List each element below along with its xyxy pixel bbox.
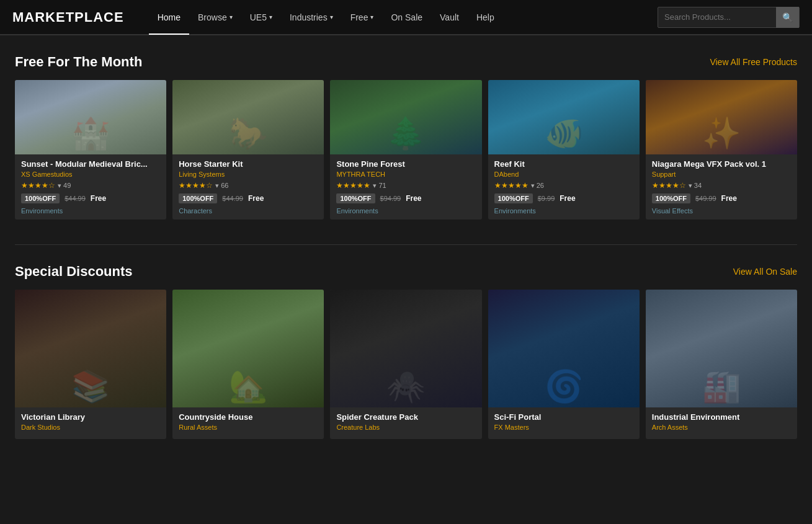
- view-all-sale-link[interactable]: View All On Sale: [733, 267, 797, 277]
- product-rating: ★★★★★ ▾ 26: [494, 181, 633, 190]
- product-card[interactable]: Sunset - Modular Medieval Bric... XS Gam…: [15, 80, 166, 220]
- rating-count: ▾ 49: [58, 182, 71, 190]
- original-price: $49.99: [695, 195, 716, 202]
- product-info: Countryside House Rural Assets: [172, 407, 324, 439]
- free-section-title: Free For The Month: [15, 54, 142, 70]
- product-author: DAbend: [494, 171, 633, 178]
- discounts-section-header: Special Discounts View All On Sale: [15, 264, 797, 280]
- section-divider: [15, 244, 797, 245]
- product-name: Stone Pine Forest: [336, 159, 475, 169]
- search-button[interactable]: 🔍: [776, 7, 799, 28]
- product-author: Arch Assets: [652, 424, 791, 431]
- product-category: Environments: [21, 207, 160, 215]
- product-name: Sci-Fi Portal: [494, 412, 633, 422]
- nav-link-onsale[interactable]: On Sale: [382, 0, 431, 35]
- star-rating: ★★★★☆: [652, 181, 686, 190]
- product-info: Stone Pine Forest MYTHRA TECH ★★★★★ ▾ 71…: [330, 154, 481, 220]
- final-price: Free: [91, 194, 106, 203]
- free-products-grid: Sunset - Modular Medieval Bric... XS Gam…: [15, 80, 797, 220]
- product-thumbnail: [172, 290, 324, 407]
- product-info: Industrial Environment Arch Assets: [646, 407, 797, 439]
- product-author: Creature Labs: [336, 424, 475, 431]
- industries-caret: ▾: [330, 14, 333, 20]
- star-rating: ★★★★☆: [21, 181, 55, 190]
- nav-link-ue5[interactable]: UE5 ▾: [241, 0, 281, 35]
- nav-link-help[interactable]: Help: [468, 0, 503, 35]
- product-rating: ★★★★★ ▾ 71: [336, 181, 475, 190]
- product-thumbnail: [646, 290, 797, 407]
- product-author: Suppart: [652, 171, 791, 178]
- nav-link-free[interactable]: Free ▾: [342, 0, 383, 35]
- final-price: Free: [248, 194, 264, 203]
- product-name: Countryside House: [179, 412, 318, 422]
- product-pricing: 100%OFF $49.99 Free: [652, 193, 791, 203]
- product-author: MYTHRA TECH: [336, 171, 475, 178]
- product-name: Industrial Environment: [652, 412, 791, 422]
- ue5-caret: ▾: [269, 14, 272, 20]
- nav-link-browse[interactable]: Browse ▾: [189, 0, 241, 35]
- discount-badge: 100%OFF: [179, 193, 217, 203]
- product-info: Niagara Mega VFX Pack vol. 1 Suppart ★★★…: [646, 154, 797, 220]
- discount-badge: 100%OFF: [336, 193, 375, 203]
- product-info: Sunset - Modular Medieval Bric... XS Gam…: [15, 154, 166, 220]
- product-thumbnail: [172, 80, 324, 154]
- rating-count: ▾ 71: [373, 182, 386, 190]
- star-rating: ★★★★★: [494, 181, 529, 190]
- product-thumbnail: [15, 290, 166, 407]
- nav-link-industries[interactable]: Industries ▾: [281, 0, 342, 35]
- discount-badge: 100%OFF: [494, 193, 533, 203]
- product-thumbnail: [488, 290, 640, 407]
- product-info: Sci-Fi Portal FX Masters: [488, 407, 640, 439]
- product-author: Rural Assets: [179, 424, 318, 431]
- product-card[interactable]: Reef Kit DAbend ★★★★★ ▾ 26 100%OFF $9.99…: [488, 80, 640, 220]
- product-name: Horse Starter Kit: [179, 159, 318, 169]
- final-price: Free: [721, 194, 737, 203]
- discount-badge: 100%OFF: [21, 193, 60, 203]
- product-name: Victorian Library: [21, 412, 160, 422]
- product-card[interactable]: Niagara Mega VFX Pack vol. 1 Suppart ★★★…: [646, 80, 797, 220]
- product-author: FX Masters: [494, 424, 633, 431]
- free-section-header: Free For The Month View All Free Product…: [15, 54, 797, 70]
- product-thumbnail: [488, 80, 640, 154]
- original-price: $44.99: [65, 195, 86, 202]
- rating-count: ▾ 66: [215, 182, 228, 190]
- nav-logo[interactable]: MARKETPLACE: [12, 9, 124, 25]
- browse-caret: ▾: [230, 14, 233, 20]
- product-card[interactable]: Stone Pine Forest MYTHRA TECH ★★★★★ ▾ 71…: [330, 80, 481, 220]
- product-category: Visual Effects: [652, 207, 791, 215]
- product-card[interactable]: Victorian Library Dark Studios: [15, 290, 166, 439]
- product-thumbnail: [330, 290, 481, 407]
- product-name: Niagara Mega VFX Pack vol. 1: [652, 159, 791, 169]
- view-all-free-link[interactable]: View All Free Products: [710, 57, 797, 67]
- product-info: Reef Kit DAbend ★★★★★ ▾ 26 100%OFF $9.99…: [488, 154, 640, 220]
- product-category: Environments: [494, 207, 633, 215]
- product-pricing: 100%OFF $94.99 Free: [336, 193, 475, 203]
- product-name: Sunset - Modular Medieval Bric...: [21, 159, 160, 169]
- main-content: Free For The Month View All Free Product…: [0, 35, 812, 482]
- product-author: XS Gamestudios: [21, 171, 160, 178]
- star-rating: ★★★★★: [336, 181, 370, 190]
- product-name: Spider Creature Pack: [336, 412, 475, 422]
- nav-link-home[interactable]: Home: [149, 0, 189, 35]
- product-card[interactable]: Sci-Fi Portal FX Masters: [488, 290, 640, 439]
- product-card[interactable]: Horse Starter Kit Living Systems ★★★★☆ ▾…: [172, 80, 324, 220]
- product-card[interactable]: Spider Creature Pack Creature Labs: [330, 290, 481, 439]
- product-card[interactable]: Industrial Environment Arch Assets: [646, 290, 797, 439]
- product-name: Reef Kit: [494, 159, 633, 169]
- original-price: $94.99: [380, 195, 401, 202]
- product-rating: ★★★★☆ ▾ 66: [179, 181, 318, 190]
- nav-link-vault[interactable]: Vault: [431, 0, 468, 35]
- product-rating: ★★★★☆ ▾ 34: [652, 181, 791, 190]
- product-info: Spider Creature Pack Creature Labs: [330, 407, 481, 439]
- discount-badge: 100%OFF: [652, 193, 690, 203]
- product-thumbnail: [15, 80, 166, 154]
- rating-count: ▾ 26: [531, 182, 544, 190]
- free-caret: ▾: [370, 14, 373, 20]
- product-rating: ★★★★☆ ▾ 49: [21, 181, 160, 190]
- search-bar: 🔍: [658, 7, 800, 28]
- search-input[interactable]: [658, 12, 776, 22]
- product-card[interactable]: Countryside House Rural Assets: [172, 290, 324, 439]
- product-author: Living Systems: [179, 171, 318, 178]
- product-thumbnail: [646, 80, 797, 154]
- discounts-products-grid: Victorian Library Dark Studios Countrysi…: [15, 290, 797, 439]
